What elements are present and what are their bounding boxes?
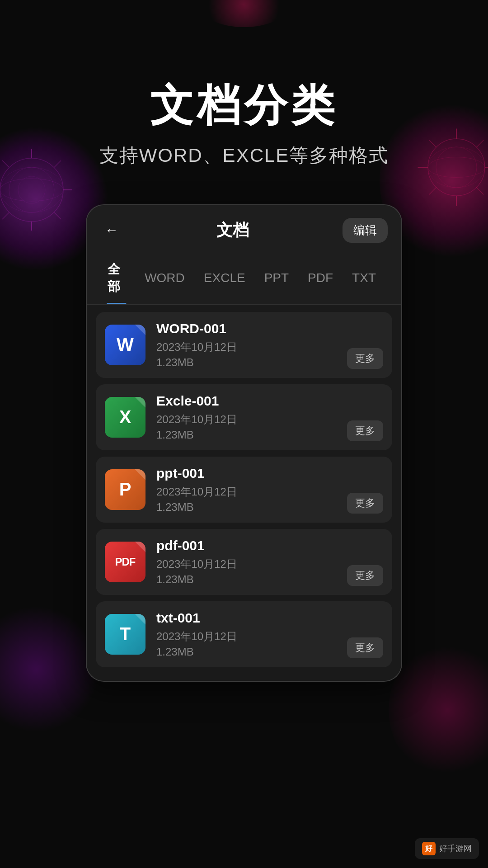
file-item-txt[interactable]: T txt-001 2023年10月12日 1.23MB 更多: [96, 601, 392, 667]
file-item-ppt[interactable]: P ppt-001 2023年10月12日 1.23MB 更多: [96, 457, 392, 523]
pdf-more-button[interactable]: 更多: [347, 565, 383, 586]
txt-file-name: txt-001: [156, 610, 383, 626]
pdf-file-name: pdf-001: [156, 538, 383, 553]
tab-all[interactable]: 全部: [100, 252, 133, 304]
svg-line-24: [476, 187, 483, 194]
word-icon-letter: W: [117, 335, 134, 355]
ppt-file-icon: P: [105, 469, 145, 510]
file-item-word[interactable]: W WORD-001 2023年10月12日 1.23MB 更多: [96, 312, 392, 378]
edit-button[interactable]: 编辑: [343, 218, 388, 243]
svg-point-3: [0, 179, 63, 201]
tab-word[interactable]: WORD: [137, 262, 192, 294]
subtitle: 支持WORD、EXCLE等多种格式: [0, 143, 488, 168]
svg-line-11: [2, 212, 9, 219]
txt-more-button[interactable]: 更多: [347, 637, 383, 658]
header-section: 文档分类 支持WORD、EXCLE等多种格式: [0, 0, 488, 168]
word-file-icon: W: [105, 325, 145, 365]
watermark-logo-text: 好: [425, 844, 432, 854]
tab-excle[interactable]: EXCLE: [197, 262, 253, 294]
svg-line-12: [54, 212, 61, 219]
file-list: W WORD-001 2023年10月12日 1.23MB 更多 X Excle…: [87, 305, 401, 681]
excle-file-name: Excle-001: [156, 393, 383, 409]
svg-point-4: [0, 167, 63, 212]
word-more-button[interactable]: 更多: [347, 348, 383, 369]
main-title: 文档分类: [0, 81, 488, 129]
tab-pdf[interactable]: PDF: [300, 262, 340, 294]
svg-line-23: [429, 187, 436, 194]
ppt-more-button[interactable]: 更多: [347, 493, 383, 514]
back-button[interactable]: ←: [100, 219, 123, 241]
watermark-text: 好手游网: [439, 843, 472, 854]
txt-icon-letter: T: [120, 624, 131, 644]
watermark-logo: 好: [422, 842, 436, 855]
bg-decoration-bottom-left: [0, 606, 99, 732]
excle-more-button[interactable]: 更多: [347, 420, 383, 441]
pdf-file-icon: PDF: [105, 542, 145, 582]
file-item-pdf[interactable]: PDF pdf-001 2023年10月12日 1.23MB 更多: [96, 529, 392, 595]
document-card: ← 文档 编辑 全部 WORD EXCLE PPT PDF TXT W WORD…: [86, 204, 402, 682]
tabs-row: 全部 WORD EXCLE PPT PDF TXT: [87, 252, 401, 305]
txt-file-icon: T: [105, 614, 145, 655]
ppt-icon-letter: P: [119, 479, 131, 500]
tab-txt[interactable]: TXT: [345, 262, 383, 294]
file-item-excle[interactable]: X Excle-001 2023年10月12日 1.23MB 更多: [96, 384, 392, 450]
word-file-name: WORD-001: [156, 321, 383, 336]
card-header: ← 文档 编辑: [87, 205, 401, 252]
svg-point-1: [9, 167, 54, 212]
card-title: 文档: [216, 219, 249, 241]
pdf-icon-letter: PDF: [115, 556, 136, 568]
excle-icon-letter: X: [119, 407, 131, 427]
tab-ppt[interactable]: PPT: [257, 262, 296, 294]
svg-point-2: [18, 176, 45, 203]
ppt-file-name: ppt-001: [156, 466, 383, 481]
watermark-badge: 好 好手游网: [415, 838, 479, 859]
back-arrow-icon: ←: [105, 222, 118, 238]
excle-file-icon: X: [105, 397, 145, 438]
bg-decoration-bottom-right: [389, 642, 488, 778]
